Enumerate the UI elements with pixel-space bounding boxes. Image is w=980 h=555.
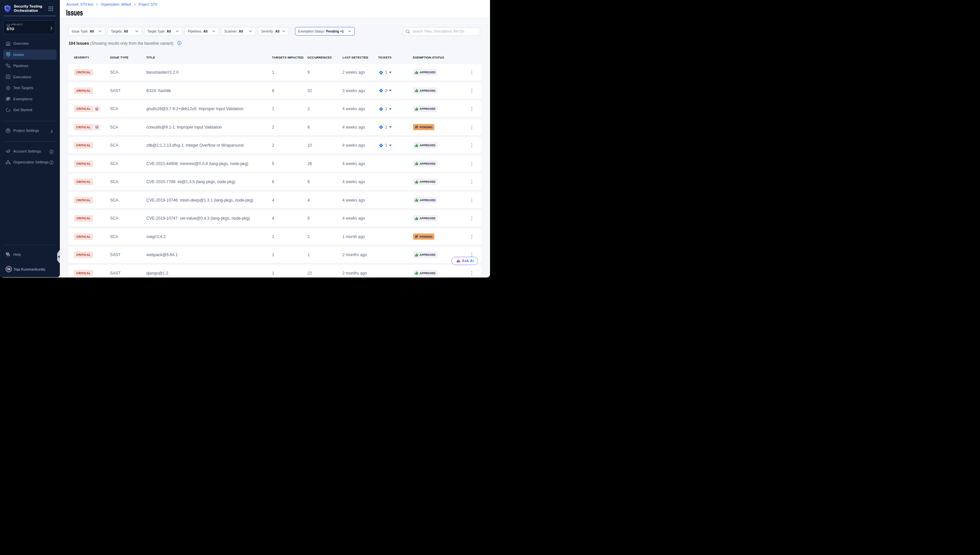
svg-text:?: ? bbox=[7, 252, 8, 255]
